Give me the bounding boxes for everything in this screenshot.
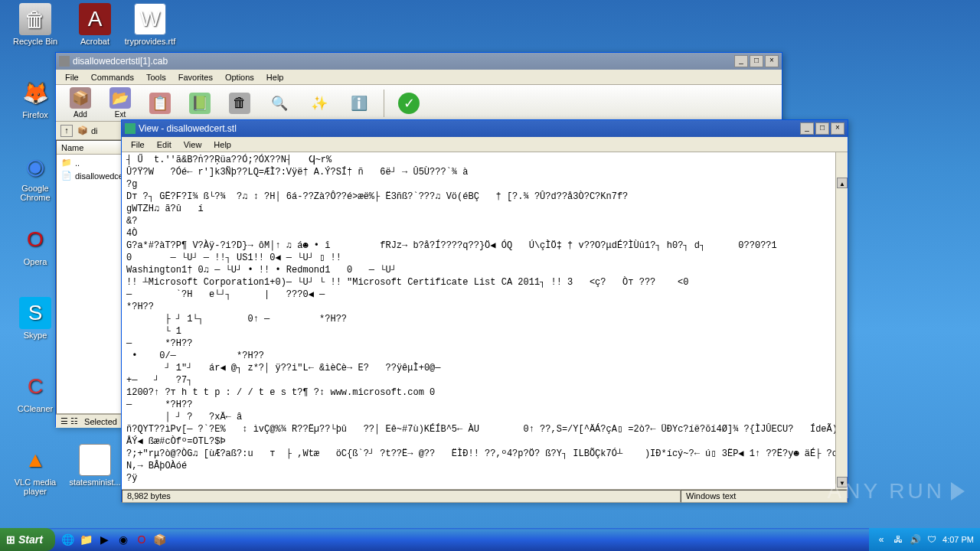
menu-tools[interactable]: Tools	[140, 71, 172, 83]
tray-volume-icon[interactable]: 🔊	[909, 533, 921, 546]
tray-chevron-icon[interactable]: «	[875, 533, 887, 546]
desktop-icon-rtf[interactable]: Wtryprovides.rtf	[122, 3, 178, 46]
archive-toolbar: 📦Add 📂Ext 📋 📗 🗑 🔍 ✨ ℹ️ ✓	[56, 85, 782, 122]
tool-view[interactable]: 📗	[181, 86, 218, 120]
desktop: 🗑Recycle Bin AAcrobat Wtryprovides.rtf 🦊…	[0, 0, 980, 534]
scrollbar-vertical[interactable]: ▲ ▼	[835, 152, 848, 489]
archive-titlebar[interactable]: disallowedcertstl[1].cab _ □ ×	[56, 53, 782, 70]
tool-wizard[interactable]: ✨	[301, 86, 338, 120]
ql-media-icon[interactable]: ▶	[96, 531, 113, 548]
viewer-menu-help[interactable]: Help	[207, 139, 237, 151]
viewer-title: View - disallowedcert.stl	[139, 123, 800, 134]
taskbar: Start 🌐 📁 ▶ ◉ O 📦 « 🖧 🔊 🛡 4:07 PM	[0, 528, 980, 551]
archive-icon	[59, 56, 70, 67]
viewer-menu-edit[interactable]: Edit	[151, 139, 178, 151]
ql-archive-icon[interactable]: 📦	[152, 531, 168, 548]
tool-info[interactable]: ℹ️	[341, 86, 377, 120]
close-button[interactable]: ×	[765, 55, 779, 67]
breadcrumb[interactable]: 📦 di	[77, 126, 98, 135]
menu-commands[interactable]: Commands	[85, 71, 140, 83]
tool-extract[interactable]: 📂Ext	[102, 86, 139, 120]
minimize-button[interactable]: _	[734, 55, 748, 67]
ql-ie-icon[interactable]: 🌐	[60, 531, 77, 548]
viewer-statusbar: 8,982 bytes Windows text	[122, 489, 848, 503]
viewer-content[interactable]: ┤ Ű t.''ã&B?ṅ??Ŗüa??Ó;?ÓX??N┤ Ϥ~r% Û?Ÿ?W…	[122, 152, 848, 489]
ql-opera-icon[interactable]: O	[133, 531, 150, 548]
list-row-file[interactable]: 📄 disallowedce	[58, 169, 122, 182]
up-button[interactable]: ↑	[60, 125, 73, 137]
viewer-titlebar[interactable]: View - disallowedcert.stl _ □ ×	[122, 120, 848, 137]
status-bytes: 8,982 bytes	[122, 490, 681, 503]
desktop-icon-file[interactable]: statesminist...	[67, 444, 122, 487]
watermark: ANY RUN	[827, 479, 965, 504]
archive-menubar: File Commands Tools Favorites Options He…	[56, 70, 782, 85]
viewer-close-button[interactable]: ×	[831, 122, 844, 135]
menu-options[interactable]: Options	[219, 71, 260, 83]
maximize-button[interactable]: □	[750, 55, 763, 67]
tray-shield-icon[interactable]: 🛡	[926, 533, 938, 546]
tool-add[interactable]: 📦Add	[62, 86, 99, 120]
tool-virus[interactable]: ✓	[390, 86, 427, 120]
desktop-icon-recycle-bin[interactable]: 🗑Recycle Bin	[8, 3, 63, 46]
viewer-maximize-button[interactable]: □	[815, 122, 829, 135]
scroll-up-button[interactable]: ▲	[837, 178, 848, 188]
ql-chrome-icon[interactable]: ◉	[115, 531, 132, 548]
desktop-icon-acrobat[interactable]: AAcrobat	[67, 3, 122, 46]
menu-help[interactable]: Help	[260, 71, 290, 83]
viewer-window: View - disallowedcert.stl _ □ × File Edi…	[121, 119, 848, 502]
list-header-name[interactable]: Name	[57, 141, 124, 155]
desktop-icon-vlc[interactable]: ▲VLC media player	[8, 444, 63, 496]
file-list: Name 📁 .. 📄 disallowedce	[56, 140, 125, 414]
archive-title: disallowedcertstl[1].cab	[73, 56, 734, 67]
viewer-minimize-button[interactable]: _	[800, 122, 814, 135]
viewer-menubar: File Edit View Help	[122, 137, 848, 152]
tool-delete[interactable]: 🗑	[221, 86, 258, 120]
viewer-menu-view[interactable]: View	[178, 139, 208, 151]
tool-test[interactable]: 📋	[142, 86, 178, 120]
viewer-icon	[125, 123, 136, 134]
tray-network-icon[interactable]: 🖧	[892, 533, 904, 546]
quick-launch: 🌐 📁 ▶ ◉ O 📦	[55, 531, 173, 548]
ql-explorer-icon[interactable]: 📁	[78, 531, 95, 548]
clock[interactable]: 4:07 PM	[942, 535, 974, 544]
status-encoding: Windows text	[681, 490, 848, 503]
start-button[interactable]: Start	[0, 528, 55, 551]
viewer-menu-file[interactable]: File	[125, 139, 151, 151]
status-selected: Selected	[84, 417, 117, 426]
list-row-parent[interactable]: 📁 ..	[58, 156, 122, 169]
menu-file[interactable]: File	[59, 71, 85, 83]
system-tray: « 🖧 🔊 🛡 4:07 PM	[869, 528, 980, 551]
menu-favorites[interactable]: Favorites	[172, 71, 219, 83]
tool-find[interactable]: 🔍	[261, 86, 298, 120]
